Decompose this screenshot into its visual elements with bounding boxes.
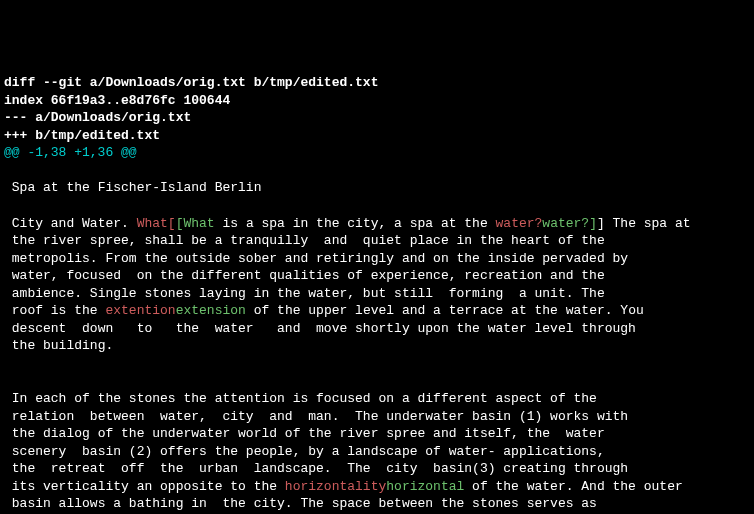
- context-line: basin allows a bathing in the city. The …: [4, 496, 597, 511]
- context-line: ] The spa at: [597, 216, 691, 231]
- added-text: horizontal: [386, 479, 464, 494]
- context-line: metropolis. From the outside sober and r…: [4, 251, 628, 266]
- context-line: the retreat off the urban landscape. The…: [4, 461, 628, 476]
- context-line: ambience. Single stones laying in the wa…: [4, 286, 605, 301]
- context-line: scenery basin (2) offers the people, by …: [4, 444, 605, 459]
- hunk-header: @@ -1,38 +1,36 @@: [4, 145, 137, 160]
- diff-output: diff --git a/Downloads/orig.txt b/tmp/ed…: [4, 74, 750, 514]
- removed-text: extention: [105, 303, 175, 318]
- context-line: roof is the: [4, 303, 105, 318]
- context-line: of the upper level and a terrace at the …: [246, 303, 644, 318]
- context-line: Spa at the Fischer-Island Berlin: [4, 180, 261, 195]
- context-line: is a spa in the city, a spa at the: [215, 216, 496, 231]
- context-line: City and Water.: [4, 216, 137, 231]
- context-line: of the water. And the outer: [464, 479, 682, 494]
- context-line: the dialog of the underwater world of th…: [4, 426, 605, 441]
- context-line: In each of the stones the attention is f…: [4, 391, 597, 406]
- removed-text: horizontality: [285, 479, 386, 494]
- diff-new-file: +++ b/tmp/edited.txt: [4, 128, 160, 143]
- added-text: water?]: [542, 216, 597, 231]
- diff-header-line: diff --git a/Downloads/orig.txt b/tmp/ed…: [4, 75, 378, 90]
- context-line: its verticality an opposite to the: [4, 479, 285, 494]
- added-text: [What: [176, 216, 215, 231]
- context-line: the river spree, shall be a tranquilly a…: [4, 233, 605, 248]
- context-line: relation between water, city and man. Th…: [4, 409, 628, 424]
- diff-old-file: --- a/Downloads/orig.txt: [4, 110, 191, 125]
- context-line: descent down to the water and move short…: [4, 321, 636, 336]
- removed-text: What[: [137, 216, 176, 231]
- diff-index-line: index 66f19a3..e8d76fc 100644: [4, 93, 230, 108]
- added-text: extension: [176, 303, 246, 318]
- context-line: the building.: [4, 338, 113, 353]
- removed-text: water?: [496, 216, 543, 231]
- context-line: water, focused on the different qualitie…: [4, 268, 605, 283]
